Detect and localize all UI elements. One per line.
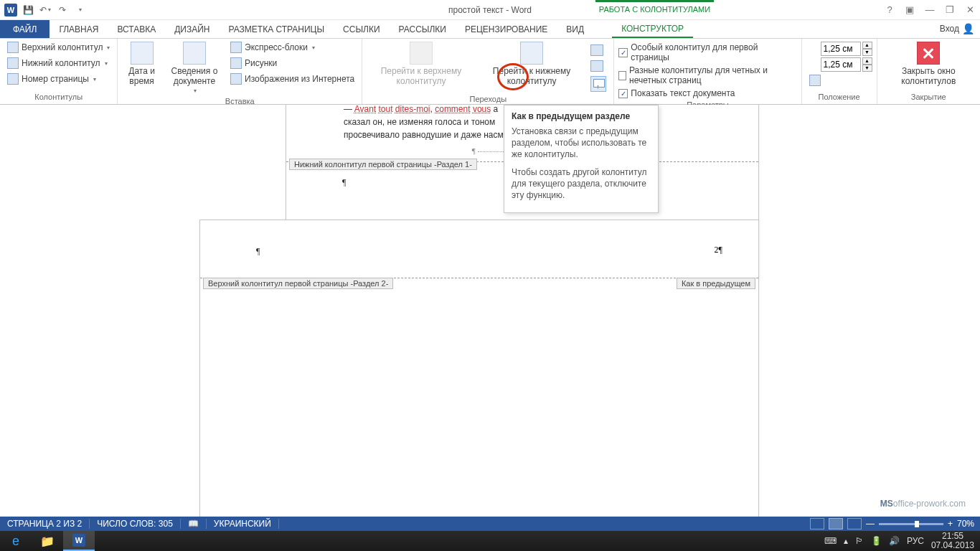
calendar-icon xyxy=(131,42,154,65)
close-header-footer-button[interactable]: Закрыть окно колонтитулов xyxy=(882,40,976,88)
insert-alignment-tab-button[interactable] xyxy=(806,73,872,88)
link-previous-icon xyxy=(590,76,606,92)
quick-parts-button[interactable]: Экспресс-блоки▾ xyxy=(227,40,357,55)
paragraph-mark: ¶ xyxy=(256,246,260,257)
tray-clock[interactable]: 21:5507.04.2013 xyxy=(931,532,974,550)
page-number-button[interactable]: Номер страницы▾ xyxy=(4,72,113,86)
footer-icon xyxy=(7,57,19,69)
date-time-button[interactable]: Дата и время xyxy=(122,40,161,88)
footer-from-bottom-input[interactable]: ▲▼ xyxy=(806,57,872,72)
help-icon[interactable]: ? xyxy=(882,4,897,15)
title-bar: W 💾 ↶▾ ↷ ▾ простой текст - Word РАБОТА С… xyxy=(0,0,980,20)
view-web-layout-icon[interactable] xyxy=(847,518,862,529)
group-position: ▲▼ ▲▼ Положение xyxy=(802,39,877,104)
tray-volume-icon[interactable]: 🔊 xyxy=(889,536,900,546)
view-print-layout-icon[interactable] xyxy=(829,518,843,529)
word-app-icon[interactable]: W xyxy=(3,2,19,18)
next-section-button[interactable] xyxy=(588,59,609,73)
goto-footer-button[interactable]: Перейти к нижнему колонтитулу xyxy=(479,40,585,88)
tray-language[interactable]: РУС xyxy=(907,536,924,546)
group-navigation: Перейти к верхнему колонтитулу Перейти к… xyxy=(362,39,614,104)
globe-icon xyxy=(230,73,242,85)
status-page[interactable]: СТРАНИЦА 2 ИЗ 2 xyxy=(0,519,90,529)
document-info-button[interactable]: Сведения о документе▾ xyxy=(164,40,225,95)
status-bar: СТРАНИЦА 2 ИЗ 2 ЧИСЛО СЛОВ: 305 📖 УКРАИН… xyxy=(0,517,980,531)
tray-flag-icon[interactable]: 🏳 xyxy=(855,536,864,546)
pictures-button[interactable]: Рисунки xyxy=(227,56,357,70)
picture-icon xyxy=(230,57,242,69)
tab-icon xyxy=(809,75,821,86)
view-read-mode-icon[interactable] xyxy=(810,518,824,529)
ribbon-tabs: ФАЙЛ ГЛАВНАЯ ВСТАВКА ДИЗАЙН РАЗМЕТКА СТР… xyxy=(0,20,980,39)
same-as-previous-tag: Как в предыдущем xyxy=(677,278,755,289)
tab-file[interactable]: ФАЙЛ xyxy=(0,20,50,38)
system-tray: ⌨ ▴ 🏳 🔋 🔊 РУС 21:5507.04.2013 xyxy=(824,532,980,550)
goto-header-icon xyxy=(410,42,433,65)
tab-design[interactable]: ДИЗАЙН xyxy=(165,20,219,38)
group-options: ✓Особый колонтитул для первой страницы Р… xyxy=(614,39,801,104)
window-title: простой текст - Word xyxy=(448,5,532,15)
tab-references[interactable]: ССЫЛКИ xyxy=(334,20,389,38)
status-word-count[interactable]: ЧИСЛО СЛОВ: 305 xyxy=(90,519,181,529)
taskbar-ie-icon[interactable]: e xyxy=(0,531,32,551)
taskbar: e 📁 W ⌨ ▴ 🏳 🔋 🔊 РУС 21:5507.04.2013 xyxy=(0,531,980,551)
tab-insert[interactable]: ВСТАВКА xyxy=(108,20,165,38)
tooltip-title: Как в предыдущем разделе xyxy=(512,111,651,121)
tooltip-body-1: Установка связи с предыдущим разделом, ч… xyxy=(512,126,651,161)
tray-chevron-icon[interactable]: ▴ xyxy=(844,536,848,546)
status-spellcheck-icon[interactable]: 📖 xyxy=(181,519,207,529)
taskbar-word-icon[interactable]: W xyxy=(63,531,95,551)
header-tag-section2: Верхний колонтитул первой страницы -Разд… xyxy=(203,278,393,289)
tooltip-body-2: Чтобы создать другой колонтитул для теку… xyxy=(512,166,651,202)
online-pictures-button[interactable]: Изображения из Интернета xyxy=(227,72,357,86)
zoom-level[interactable]: 70% xyxy=(957,519,974,529)
footer-button[interactable]: Нижний колонтитул▾ xyxy=(4,56,113,70)
link-to-previous-button[interactable] xyxy=(588,75,609,93)
tooltip-link-to-previous: Как в предыдущем разделе Установка связи… xyxy=(504,105,659,213)
quick-access-toolbar: W 💾 ↶▾ ↷ ▾ xyxy=(0,2,88,18)
tab-home[interactable]: ГЛАВНАЯ xyxy=(50,20,108,38)
prev-icon xyxy=(590,44,603,56)
undo-icon[interactable]: ↶▾ xyxy=(37,2,53,18)
zoom-in-button[interactable]: + xyxy=(948,519,953,529)
ribbon-options-icon[interactable]: ▣ xyxy=(903,4,917,15)
redo-icon[interactable]: ↷ xyxy=(55,2,70,18)
tab-view[interactable]: ВИД xyxy=(557,20,593,38)
close-icon[interactable]: ✕ xyxy=(963,4,977,15)
header-from-top-input[interactable]: ▲▼ xyxy=(806,42,872,56)
different-first-page-checkbox[interactable]: ✓Особый колонтитул для первой страницы xyxy=(618,42,796,63)
tray-keyboard-icon[interactable]: ⌨ xyxy=(824,536,837,546)
ribbon: Верхний колонтитул▾ Нижний колонтитул▾ Н… xyxy=(0,39,980,105)
show-document-text-checkbox[interactable]: ✓Показать текст документа xyxy=(618,88,796,99)
different-odd-even-checkbox[interactable]: Разные колонтитулы для четных и нечетных… xyxy=(618,65,796,86)
page-number-icon xyxy=(7,73,19,85)
signin-link[interactable]: Вход 👤 xyxy=(940,23,974,34)
save-icon[interactable]: 💾 xyxy=(20,2,36,18)
footer-tag-section1: Нижний колонтитул первой страницы -Разде… xyxy=(289,159,477,170)
qat-customize-icon[interactable]: ▾ xyxy=(72,2,88,18)
document-area[interactable]: — Avant tout dites-moi, comment vous a с… xyxy=(0,105,980,517)
tab-mailings[interactable]: РАССЫЛКИ xyxy=(390,20,456,38)
page-2: ¶ 2¶ Верхний колонтитул первой страницы … xyxy=(199,220,759,517)
goto-footer-icon xyxy=(520,42,543,65)
close-x-icon xyxy=(917,42,940,65)
minimize-icon[interactable]: — xyxy=(923,4,937,15)
status-language[interactable]: УКРАИНСКИЙ xyxy=(207,519,279,529)
taskbar-explorer-icon[interactable]: 📁 xyxy=(32,531,63,551)
tray-power-icon[interactable]: 🔋 xyxy=(871,536,882,546)
tab-designer[interactable]: КОНСТРУКТОР xyxy=(612,20,693,38)
tab-review[interactable]: РЕЦЕНЗИРОВАНИЕ xyxy=(456,20,557,38)
document-info-icon xyxy=(183,42,206,65)
paragraph-mark: ¶ xyxy=(342,177,346,188)
window-controls: ? ▣ — ❐ ✕ xyxy=(882,4,977,15)
group-insert: Дата и время Сведения о документе▾ Экспр… xyxy=(118,39,362,104)
goto-header-button: Перейти к верхнему колонтитулу xyxy=(367,40,476,88)
zoom-slider[interactable] xyxy=(879,523,943,525)
previous-section-button[interactable] xyxy=(588,43,609,57)
header-button[interactable]: Верхний колонтитул▾ xyxy=(4,40,113,55)
tab-layout[interactable]: РАЗМЕТКА СТРАНИЦЫ xyxy=(220,20,334,38)
zoom-out-button[interactable]: — xyxy=(866,519,875,529)
contextual-tab-label: РАБОТА С КОЛОНТИТУЛАМИ xyxy=(595,0,714,20)
restore-icon[interactable]: ❐ xyxy=(943,4,957,15)
group-close: Закрыть окно колонтитулов Закрытие xyxy=(877,39,980,104)
